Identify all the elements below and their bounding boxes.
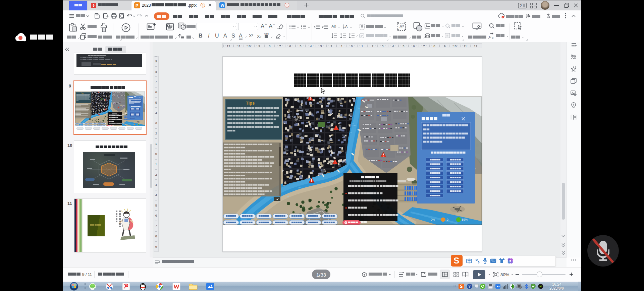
svg-text:5: 5	[155, 203, 157, 207]
svg-text:5: 5	[402, 44, 404, 48]
svg-text:3: 3	[155, 183, 157, 186]
svg-text:9: 9	[155, 245, 157, 248]
svg-text:1: 1	[155, 162, 157, 166]
svg-text:10: 10	[453, 44, 457, 48]
svg-text:2: 2	[520, 4, 522, 8]
svg-text:0%: 0%	[431, 218, 435, 221]
svg-text:7: 7	[155, 80, 157, 83]
svg-text:8: 8	[155, 234, 157, 238]
svg-text:4: 4	[310, 44, 312, 48]
svg-text:1: 1	[341, 44, 342, 48]
svg-text:9: 9	[155, 59, 157, 63]
svg-text:7: 7	[279, 44, 281, 48]
svg-text:8: 8	[155, 70, 157, 73]
svg-text:0%: 0%	[131, 124, 132, 125]
svg-text:1: 1	[155, 142, 157, 146]
svg-text:Tips: Tips	[82, 93, 84, 94]
svg-text:59%: 59%	[462, 218, 468, 221]
svg-text:?: ?	[469, 284, 471, 288]
svg-text:6: 6	[413, 44, 415, 48]
svg-text:4: 4	[392, 44, 394, 48]
svg-text:3: 3	[155, 121, 157, 125]
svg-text:7: 7	[155, 224, 157, 228]
svg-text:C: C	[489, 35, 491, 39]
svg-text:9: 9	[258, 44, 260, 48]
svg-text:4: 4	[155, 111, 157, 115]
svg-text:3: 3	[320, 44, 322, 48]
svg-text:6: 6	[155, 214, 157, 217]
svg-text:2: 2	[330, 44, 332, 48]
svg-text:5: 5	[300, 44, 301, 48]
svg-text:3: 3	[382, 44, 383, 48]
svg-text:7: 7	[423, 44, 425, 48]
svg-text:10: 10	[247, 44, 251, 48]
svg-text:2: 2	[155, 131, 157, 135]
svg-text:11: 11	[237, 44, 240, 48]
svg-text:12: 12	[227, 44, 230, 48]
svg-text:5: 5	[155, 101, 157, 104]
svg-text:6: 6	[289, 44, 291, 48]
svg-text:8: 8	[269, 44, 270, 48]
svg-text:59%: 59%	[140, 124, 141, 125]
svg-text:B: B	[492, 36, 493, 39]
svg-text:0: 0	[351, 44, 353, 48]
svg-text:0: 0	[155, 152, 157, 156]
svg-text:2: 2	[155, 173, 157, 176]
svg-text:9: 9	[444, 44, 445, 48]
svg-text:8: 8	[433, 44, 435, 48]
svg-text:2: 2	[372, 44, 373, 48]
svg-text:A: A	[399, 24, 402, 29]
svg-text:Tips: Tips	[246, 101, 255, 106]
svg-text:0: 0	[447, 218, 448, 221]
svg-text:6: 6	[155, 90, 157, 94]
svg-text:12: 12	[474, 44, 478, 48]
svg-text:1: 1	[361, 44, 363, 48]
svg-text:11: 11	[464, 44, 467, 48]
svg-text:A: A	[345, 24, 348, 28]
svg-text:4: 4	[155, 193, 157, 197]
